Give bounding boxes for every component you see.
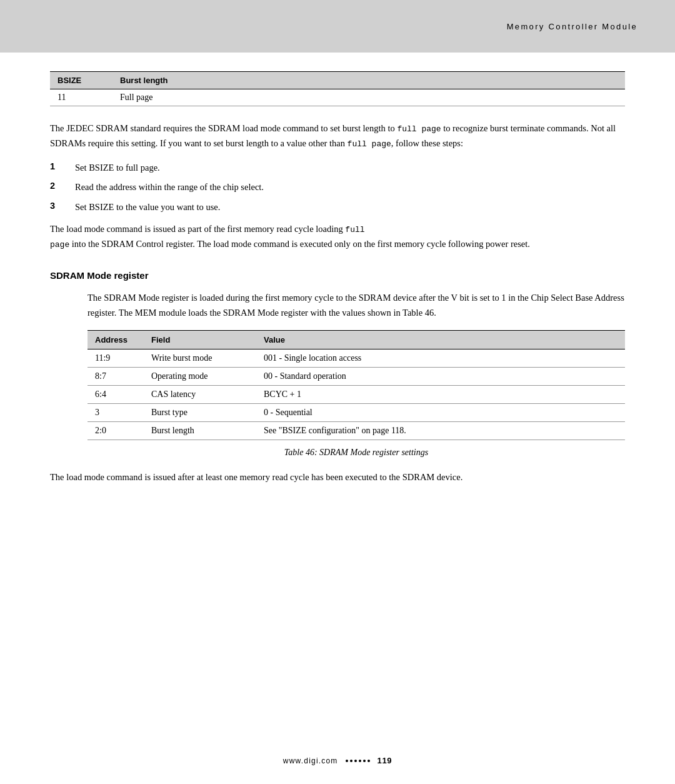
page-container: Memory Controller Module BSIZE Burst len… <box>0 0 675 784</box>
field-cell: Write burst mode <box>144 349 256 367</box>
burst-length-col-header: Burst length <box>112 72 625 89</box>
bsize-table: BSIZE Burst length 11 Full page <box>50 71 625 106</box>
p1-mono1: full page <box>397 124 441 134</box>
p1-text-start: The JEDEC SDRAM standard requires the SD… <box>50 123 397 133</box>
paragraph-3: The SDRAM Mode register is loaded during… <box>88 291 625 319</box>
list-text-3: Set BSIZE to the value you want to use. <box>75 201 220 214</box>
footer-dot-1 <box>346 760 348 762</box>
paragraph-2: The load mode command is issued as part … <box>50 222 625 252</box>
list-num-1: 1 <box>50 161 75 171</box>
list-item-1: 1 Set BSIZE to full page. <box>50 161 625 175</box>
field-cell: Burst type <box>144 403 256 421</box>
footer-dot-5 <box>363 760 366 762</box>
address-col-header: Address <box>88 330 144 349</box>
list-item-2: 2 Read the address within the range of t… <box>50 181 625 194</box>
footer-dot-2 <box>350 760 352 762</box>
bsize-table-header-row: BSIZE Burst length <box>50 72 625 89</box>
header-bar: Memory Controller Module <box>0 0 675 53</box>
p2-mono-newline: page <box>50 240 69 249</box>
value-cell: 001 - Single location access <box>256 349 625 367</box>
footer-dot-6 <box>368 760 370 762</box>
field-cell: CAS latency <box>144 385 256 403</box>
value-cell: BCYC + 1 <box>256 385 625 403</box>
table-row: 2:0 Burst length See "BSIZE configuratio… <box>88 421 625 440</box>
list-item-3: 3 Set BSIZE to the value you want to use… <box>50 201 625 214</box>
p1-mono2: full page <box>348 139 391 149</box>
numbered-list: 1 Set BSIZE to full page. 2 Read the add… <box>50 161 625 214</box>
sdram-mode-table: Address Field Value 11:9 Write burst mod… <box>88 330 625 440</box>
p2-mono1: full <box>345 225 364 234</box>
address-cell: 2:0 <box>88 421 144 440</box>
table-row: 8:7 Operating mode 00 - Standard operati… <box>88 367 625 385</box>
burst-length-cell: Full page <box>112 89 625 106</box>
sdram-section-heading: SDRAM Mode register <box>50 270 625 281</box>
table-row: 6:4 CAS latency BCYC + 1 <box>88 385 625 403</box>
table-row: 3 Burst type 0 - Sequential <box>88 403 625 421</box>
address-cell: 3 <box>88 403 144 421</box>
footer-url: www.digi.com <box>283 756 338 765</box>
field-cell: Burst length <box>144 421 256 440</box>
value-cell: 00 - Standard operation <box>256 367 625 385</box>
p1-text-end: , follow these steps: <box>391 138 463 148</box>
field-cell: Operating mode <box>144 367 256 385</box>
main-content: BSIZE Burst length 11 Full page The JEDE… <box>0 53 675 532</box>
sdram-section-content: The SDRAM Mode register is loaded during… <box>88 291 625 457</box>
value-cell: See "BSIZE configuration" on page 118. <box>256 421 625 440</box>
page-header-title: Memory Controller Module <box>507 22 638 31</box>
table-row: 11:9 Write burst mode 001 - Single locat… <box>88 349 625 367</box>
field-col-header: Field <box>144 330 256 349</box>
bsize-cell: 11 <box>50 89 112 106</box>
footer-separator <box>346 760 370 762</box>
sdram-table-header-row: Address Field Value <box>88 330 625 349</box>
bsize-col-header: BSIZE <box>50 72 112 89</box>
address-cell: 8:7 <box>88 367 144 385</box>
table-row: 11 Full page <box>50 89 625 106</box>
footer-page-number: 119 <box>378 756 392 765</box>
value-col-header: Value <box>256 330 625 349</box>
footer-dot-4 <box>359 760 361 762</box>
address-cell: 11:9 <box>88 349 144 367</box>
page-footer: www.digi.com 119 <box>0 756 675 765</box>
table-caption: Table 46: SDRAM Mode register settings <box>88 448 625 458</box>
paragraph-1: The JEDEC SDRAM standard requires the SD… <box>50 121 625 151</box>
list-num-2: 2 <box>50 181 75 191</box>
paragraph-final: The load mode command is issued after at… <box>50 470 625 485</box>
list-text-2: Read the address within the range of the… <box>75 181 264 194</box>
p2-text-mid: into the SDRAM Control register. The loa… <box>69 239 530 249</box>
list-text-1: Set BSIZE to full page. <box>75 161 160 175</box>
address-cell: 6:4 <box>88 385 144 403</box>
p2-text-start: The load mode command is issued as part … <box>50 224 345 234</box>
list-num-3: 3 <box>50 201 75 211</box>
value-cell: 0 - Sequential <box>256 403 625 421</box>
footer-dot-3 <box>354 760 357 762</box>
